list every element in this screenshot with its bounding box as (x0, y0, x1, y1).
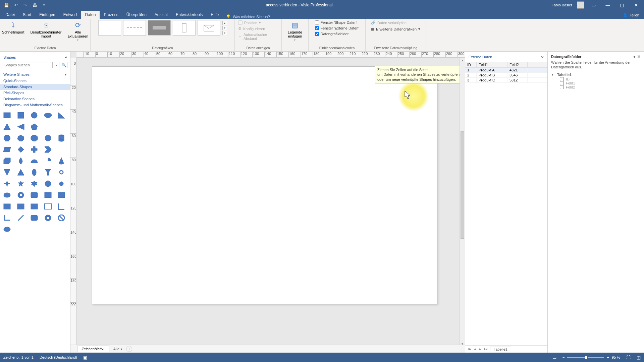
shape-rect2[interactable] (44, 191, 52, 199)
shape-rectangle[interactable] (3, 111, 11, 119)
table-row[interactable]: 3 Produkt C 5312 (465, 78, 547, 83)
shape-rect3[interactable] (57, 191, 66, 199)
shape-star6[interactable] (30, 180, 39, 188)
gallery-down-icon[interactable]: ▾ (222, 26, 227, 30)
shapes-search-input[interactable] (3, 62, 53, 68)
last-record-icon[interactable]: ⏭ (483, 347, 488, 351)
search-icon[interactable]: 🔍 (61, 62, 67, 68)
tab-daten[interactable]: Daten (81, 11, 100, 19)
switch-window-icon[interactable]: ◫ (637, 355, 641, 360)
shape-parallelogram[interactable] (3, 145, 11, 154)
toggle-data-graphic-fields[interactable]: Datengrafikfelder (315, 32, 349, 36)
shape-cube[interactable] (3, 157, 11, 165)
shape-cone[interactable] (57, 157, 66, 165)
shape-star5[interactable] (16, 180, 25, 188)
vertical-scrollbar[interactable]: ▴ ▾ (460, 58, 465, 347)
tab-hilfe[interactable]: Hilfe (207, 11, 223, 19)
undo-icon[interactable]: ↶ (13, 2, 19, 8)
search-dropdown-icon[interactable]: ▾ (54, 62, 59, 68)
tab-prozess[interactable]: Prozess (100, 11, 122, 19)
field-id[interactable]: ID (552, 77, 640, 81)
shape-triangle-left[interactable] (16, 123, 25, 131)
advanced-graphics-button[interactable]: ▦ Erweiterte Datengrafiken ▾ (371, 26, 420, 32)
custom-import-button[interactable]: ⎘ Benutzerdefinierter Import (29, 20, 63, 39)
user-name[interactable]: Fabio Basler (551, 3, 572, 7)
print-icon[interactable]: 🖶 (32, 2, 38, 8)
shape-gear-icon[interactable] (57, 168, 66, 176)
shape-lens[interactable] (30, 168, 39, 176)
cat-weitere-shapes[interactable]: Weitere Shapes▸ (0, 71, 70, 78)
cat-standard-shapes[interactable]: Standard-Shapes (0, 84, 70, 90)
status-language[interactable]: Deutsch (Deutschland) (40, 355, 77, 359)
shape-diag[interactable] (16, 214, 25, 222)
toggle-external-data-window[interactable]: Fenster 'Externe Daten' (315, 26, 359, 31)
shape-frame[interactable] (44, 202, 52, 210)
close-external-data-icon[interactable]: ✕ (541, 55, 544, 60)
shape-decagon[interactable] (44, 134, 52, 142)
table-row[interactable]: 1 Produkt A 4321 (465, 68, 547, 73)
toggle-shape-data-window[interactable]: Fenster 'Shape-Daten' (315, 20, 357, 25)
shape-pyramid[interactable] (16, 168, 25, 176)
shape-ellipse[interactable] (44, 111, 52, 119)
shape-ring[interactable] (16, 191, 25, 199)
cat-dekorative-shapes[interactable]: Dekorative Shapes (0, 96, 70, 102)
shape-box2[interactable] (16, 202, 25, 210)
zoom-level[interactable]: 95 % (612, 355, 620, 359)
shape-oval[interactable] (3, 225, 11, 233)
tree-table-node[interactable]: ▾ Tabelle1 (552, 72, 640, 77)
zoom-slider[interactable] (567, 357, 604, 358)
shape-star7[interactable] (44, 180, 52, 188)
shape-chevron[interactable] (44, 145, 52, 154)
save-icon[interactable]: 💾 (3, 2, 9, 8)
minimize-icon[interactable]: — (603, 3, 612, 8)
field-feld2[interactable]: Feld2 (552, 85, 640, 89)
tab-ansicht[interactable]: Ansicht (151, 11, 172, 19)
qat-more-icon[interactable]: ▾ (41, 2, 47, 8)
field-feld1[interactable]: Feld1 (552, 81, 640, 85)
all-pages-button[interactable]: Alle▴ (113, 347, 122, 351)
first-record-icon[interactable]: ⏮ (467, 347, 472, 351)
close-fields-icon[interactable]: ✕ (637, 54, 641, 59)
shape-pentagon[interactable] (30, 123, 39, 131)
shape-rr2[interactable] (30, 214, 39, 222)
fields-options-icon[interactable]: ▾ (634, 55, 635, 59)
avatar[interactable] (577, 1, 584, 9)
cat-quick-shapes[interactable]: Quick-Shapes (0, 78, 70, 84)
shape-heptagon[interactable] (16, 134, 25, 142)
table-row[interactable]: 2 Produkt B 3546 (465, 73, 547, 78)
shape-star4[interactable] (3, 180, 11, 188)
gallery-more-icon[interactable]: ▾ (222, 31, 227, 35)
shape-pie[interactable] (44, 157, 52, 165)
share-button[interactable]: 👤 Teilen (618, 11, 644, 19)
gallery-up-icon[interactable]: ▴ (222, 21, 227, 25)
page-tab[interactable]: Zeichenblatt-1 (77, 346, 109, 352)
drawing-page[interactable] (92, 66, 437, 304)
shape-diamond[interactable] (16, 145, 25, 154)
shape-drop[interactable] (16, 157, 25, 165)
close-icon[interactable]: ✕ (631, 3, 641, 8)
next-record-icon[interactable]: ▸ (478, 347, 483, 351)
shape-square[interactable] (16, 111, 25, 119)
shape-l[interactable] (3, 214, 11, 222)
tab-start[interactable]: Start (19, 11, 35, 19)
shape-box3[interactable] (30, 202, 39, 210)
shape-cross[interactable] (30, 145, 39, 154)
shape-no[interactable] (57, 214, 66, 222)
vscroll-thumb[interactable] (461, 131, 464, 239)
fit-page-icon[interactable]: ⛶ (626, 355, 631, 360)
shape-octagon[interactable] (30, 134, 39, 142)
shape-right-triangle[interactable] (57, 111, 66, 119)
col-feld1[interactable]: Feld1 (477, 62, 507, 67)
add-page-icon[interactable]: + (126, 346, 132, 352)
zoom-out-icon[interactable]: − (562, 355, 565, 359)
shape-corner[interactable] (57, 202, 66, 210)
ribbon-display-icon[interactable]: ▭ (589, 3, 598, 8)
shape-triangle-down[interactable] (3, 168, 11, 176)
shape-rounded-rect[interactable] (30, 191, 39, 199)
redo-icon[interactable]: ↷ (22, 2, 28, 8)
zoom-in-icon[interactable]: + (607, 355, 609, 359)
collapse-shapes-icon[interactable]: ◂ (65, 55, 67, 59)
shape-arc[interactable] (30, 157, 39, 165)
refresh-all-button[interactable]: ⟳ Alle aktualisieren ▾ (66, 20, 90, 43)
shape-circle[interactable] (30, 111, 39, 119)
